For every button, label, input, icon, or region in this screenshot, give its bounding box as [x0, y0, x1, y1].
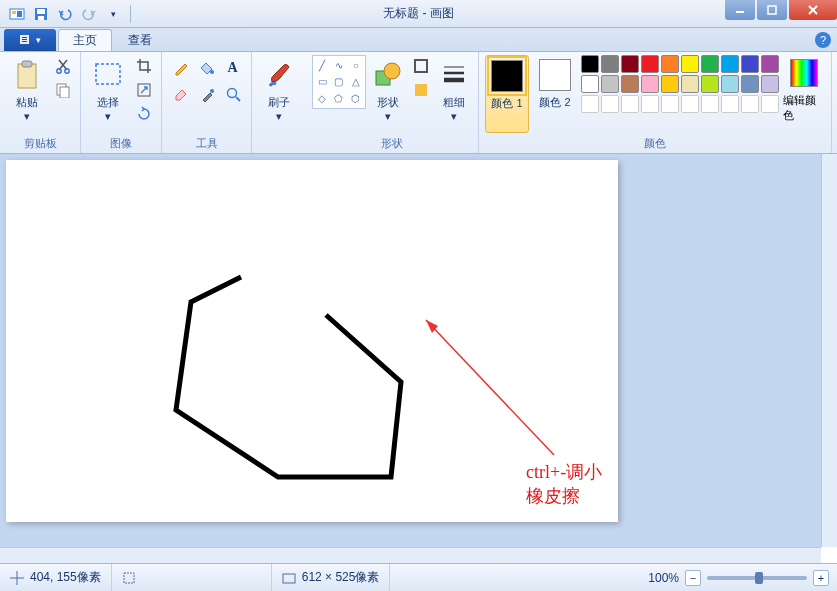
separator	[130, 5, 131, 23]
color1-swatch	[491, 60, 523, 92]
color-swatch[interactable]	[581, 55, 599, 73]
zoom-thumb[interactable]	[755, 572, 763, 584]
color2-label: 颜色 2	[539, 95, 570, 109]
color-swatch[interactable]	[761, 75, 779, 93]
status-position: 404, 155像素	[0, 564, 112, 591]
tab-view[interactable]: 查看	[114, 29, 166, 51]
shapes-gallery[interactable]: ╱∿○ ▭▢△ ◇⬠⬡	[312, 55, 366, 109]
svg-rect-37	[124, 573, 134, 583]
color-swatch[interactable]	[721, 55, 739, 73]
color-swatch[interactable]	[661, 75, 679, 93]
title-bar: ▾ 无标题 - 画图	[0, 0, 837, 28]
color1-button[interactable]: 颜色 1	[485, 55, 529, 133]
cut-button[interactable]	[52, 55, 74, 77]
color-picker-tool[interactable]	[194, 81, 219, 106]
color2-button[interactable]: 颜色 2	[533, 55, 577, 133]
color-swatch-empty[interactable]	[641, 95, 659, 113]
tab-home[interactable]: 主页	[58, 29, 112, 51]
size-button[interactable]: 粗细▾	[436, 55, 472, 133]
svg-rect-19	[60, 87, 69, 98]
app-icon[interactable]	[6, 3, 28, 25]
paste-button[interactable]: 粘贴▾	[6, 55, 48, 133]
svg-rect-2	[17, 11, 22, 17]
color-swatch-empty[interactable]	[681, 95, 699, 113]
color-swatch[interactable]	[621, 55, 639, 73]
qat-customize-icon[interactable]: ▾	[102, 3, 124, 25]
color-swatch-empty[interactable]	[741, 95, 759, 113]
shape-fill-button[interactable]	[410, 79, 432, 101]
color-swatch[interactable]	[661, 55, 679, 73]
text-tool[interactable]: A	[220, 55, 245, 80]
rotate-button[interactable]	[133, 103, 155, 125]
group-colors: 颜色 1 颜色 2 编辑颜色 颜色	[479, 52, 832, 153]
shapes-group-label: 形状	[312, 134, 472, 153]
color-swatch[interactable]	[681, 75, 699, 93]
svg-rect-7	[768, 6, 776, 14]
color-swatch[interactable]	[741, 55, 759, 73]
group-tools: A 工具	[162, 52, 252, 153]
fill-tool[interactable]	[194, 55, 219, 80]
color-swatch[interactable]	[721, 75, 739, 93]
file-menu-button[interactable]: ▾	[4, 29, 56, 51]
svg-point-16	[57, 69, 61, 73]
color-swatch[interactable]	[701, 55, 719, 73]
svg-rect-15	[22, 61, 32, 67]
copy-button[interactable]	[52, 79, 74, 101]
color-swatch[interactable]	[601, 55, 619, 73]
svg-rect-29	[415, 84, 427, 96]
quick-access-toolbar: ▾	[0, 3, 135, 25]
color-swatch-empty[interactable]	[581, 95, 599, 113]
svg-rect-4	[37, 9, 45, 14]
color-swatch[interactable]	[621, 75, 639, 93]
shapes-button[interactable]: 形状▾	[370, 55, 406, 133]
color-swatch-empty[interactable]	[761, 95, 779, 113]
brush-label: 刷子	[268, 96, 290, 108]
zoom-slider[interactable]	[707, 576, 807, 580]
select-button[interactable]: 选择▾	[87, 55, 129, 133]
canvas[interactable]: ctrl+-调小橡皮擦	[6, 160, 618, 522]
zoom-text: 100%	[648, 571, 679, 585]
color-swatch-empty[interactable]	[721, 95, 739, 113]
color-swatch[interactable]	[681, 55, 699, 73]
redo-icon[interactable]	[78, 3, 100, 25]
color-swatch-empty[interactable]	[701, 95, 719, 113]
svg-rect-38	[283, 574, 295, 583]
group-image: 选择▾ 图像	[81, 52, 162, 153]
size-icon	[282, 571, 296, 585]
shape-outline-button[interactable]	[410, 55, 432, 77]
crop-button[interactable]	[133, 55, 155, 77]
color-swatch-empty[interactable]	[661, 95, 679, 113]
help-button[interactable]: ?	[815, 32, 831, 48]
color-swatch[interactable]	[701, 75, 719, 93]
minimize-button[interactable]	[725, 0, 755, 20]
pencil-tool[interactable]	[168, 55, 193, 80]
color-swatch[interactable]	[741, 75, 759, 93]
color-swatch[interactable]	[581, 75, 599, 93]
magnifier-tool[interactable]	[220, 81, 245, 106]
ribbon-tabs: ▾ 主页 查看 ?	[0, 28, 837, 52]
close-button[interactable]	[789, 0, 837, 20]
color-swatch-empty[interactable]	[621, 95, 639, 113]
edit-colors-button[interactable]: 编辑颜色	[783, 55, 825, 123]
maximize-button[interactable]	[757, 0, 787, 20]
undo-icon[interactable]	[54, 3, 76, 25]
workspace: ctrl+-调小橡皮擦	[0, 154, 821, 563]
resize-button[interactable]	[133, 79, 155, 101]
horizontal-scrollbar[interactable]	[0, 547, 821, 563]
window-controls	[725, 0, 837, 20]
eraser-tool[interactable]	[168, 81, 193, 106]
color-swatch-empty[interactable]	[601, 95, 619, 113]
svg-rect-14	[18, 64, 36, 88]
save-icon[interactable]	[30, 3, 52, 25]
select-label: 选择	[97, 96, 119, 108]
color-swatch[interactable]	[641, 55, 659, 73]
brush-button[interactable]: 刷子▾	[258, 55, 300, 133]
color-swatch[interactable]	[641, 75, 659, 93]
color-swatch[interactable]	[601, 75, 619, 93]
svg-point-23	[210, 89, 214, 93]
zoom-in-button[interactable]: +	[813, 570, 829, 586]
zoom-out-button[interactable]: −	[685, 570, 701, 586]
color-swatch[interactable]	[761, 55, 779, 73]
vertical-scrollbar[interactable]	[821, 154, 837, 547]
select-icon	[92, 59, 124, 91]
